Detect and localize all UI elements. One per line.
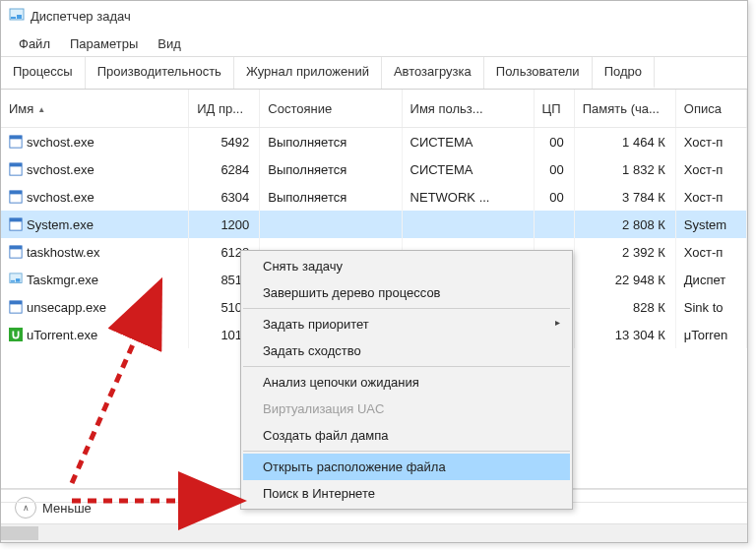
svg-rect-4 — [10, 135, 22, 139]
col-cpu[interactable]: ЦП — [534, 90, 574, 128]
process-cpu: 00 — [534, 183, 574, 211]
svg-rect-2 — [17, 15, 22, 19]
process-icon — [9, 328, 23, 341]
context-menu-item[interactable]: Анализ цепочки ожидания — [243, 369, 570, 396]
context-menu-item[interactable]: Поиск в Интернете — [243, 480, 570, 507]
process-user: NETWORK ... — [402, 183, 534, 211]
process-user: СИСТЕМА — [402, 128, 534, 156]
process-icon — [9, 162, 23, 176]
process-name: System.exe — [27, 217, 94, 232]
process-mem: 1 464 К — [574, 128, 675, 156]
table-row[interactable]: svchost.exe5492ВыполняетсяСИСТЕМА001 464… — [1, 128, 747, 156]
svg-rect-18 — [9, 328, 23, 341]
tab-processes[interactable]: Процессы — [1, 57, 86, 89]
menu-options[interactable]: Параметры — [60, 32, 148, 55]
process-name: svchost.exe — [27, 135, 94, 150]
header-row: Имя▲ ИД пр... Состояние Имя польз... ЦП … — [1, 90, 747, 128]
process-mem: 1 832 К — [574, 155, 675, 183]
titlebar[interactable]: Диспетчер задач — [1, 1, 747, 31]
sort-asc-icon: ▲ — [37, 105, 45, 114]
process-name: unsecapp.exe — [27, 300, 106, 315]
col-pid[interactable]: ИД пр... — [189, 90, 260, 128]
process-icon — [9, 190, 23, 204]
process-mem: 3 784 К — [574, 183, 675, 211]
context-menu-separator — [243, 366, 570, 367]
col-mem[interactable]: Память (ча... — [574, 90, 675, 128]
menubar: Файл Параметры Вид — [1, 31, 747, 57]
table-row[interactable]: svchost.exe6304ВыполняетсяNETWORK ...003… — [1, 183, 747, 211]
col-user[interactable]: Имя польз... — [402, 90, 534, 128]
context-menu-item[interactable]: Задать сходство — [243, 337, 570, 364]
process-pid: 1200 — [189, 211, 260, 238]
process-desc: Хост-п — [675, 155, 746, 183]
process-icon — [9, 217, 23, 231]
process-icon — [9, 300, 23, 314]
process-cpu: 00 — [534, 128, 574, 156]
col-state[interactable]: Состояние — [260, 90, 402, 128]
context-menu: Снять задачуЗавершить дерево процессовЗа… — [240, 250, 573, 510]
process-pid: 6284 — [189, 155, 260, 183]
process-pid: 6304 — [189, 183, 260, 211]
col-name[interactable]: Имя▲ — [1, 90, 189, 128]
process-desc: Sink to — [675, 293, 746, 321]
table-row[interactable]: svchost.exe6284ВыполняетсяСИСТЕМА001 832… — [1, 155, 747, 183]
svg-rect-10 — [10, 217, 22, 221]
process-pid: 5492 — [189, 128, 260, 156]
process-icon — [9, 245, 23, 259]
process-name: Taskmgr.exe — [27, 273, 98, 287]
process-state: Выполняется — [260, 155, 402, 183]
process-desc: Хост-п — [675, 238, 746, 266]
svg-rect-1 — [11, 17, 16, 19]
process-mem: 13 304 К — [574, 321, 675, 348]
process-name: taskhostw.ex — [27, 245, 99, 260]
process-mem: 2 808 К — [574, 211, 675, 238]
svg-rect-17 — [10, 300, 22, 304]
svg-rect-15 — [16, 278, 20, 282]
tab-startup[interactable]: Автозагрузка — [382, 57, 484, 89]
process-cpu — [534, 211, 574, 238]
process-user — [402, 211, 534, 238]
process-mem: 2 392 К — [574, 238, 675, 266]
context-menu-item[interactable]: Снять задачу — [243, 253, 570, 279]
svg-rect-8 — [10, 190, 22, 194]
process-state — [260, 211, 402, 238]
menu-view[interactable]: Вид — [148, 32, 191, 55]
context-menu-item[interactable]: Завершить дерево процессов — [243, 279, 570, 306]
task-manager-icon — [9, 8, 25, 24]
scrollbar-thumb[interactable] — [1, 526, 38, 540]
context-menu-item[interactable]: Открыть расположение файла — [243, 454, 570, 480]
process-name: svchost.exe — [27, 190, 94, 205]
process-state: Выполняется — [260, 183, 402, 211]
process-desc: System — [675, 211, 746, 238]
process-desc: Хост-п — [675, 128, 746, 156]
horizontal-scrollbar[interactable] — [1, 523, 747, 542]
window-title: Диспетчер задач — [31, 9, 131, 24]
svg-rect-14 — [11, 279, 15, 281]
context-menu-item[interactable]: Задать приоритет — [243, 311, 570, 337]
svg-rect-6 — [10, 162, 22, 166]
context-menu-separator — [243, 451, 570, 452]
context-menu-separator — [243, 308, 570, 309]
process-desc: Диспет — [675, 266, 746, 293]
process-desc: μTorren — [675, 321, 746, 348]
process-name: uTorrent.exe — [27, 328, 97, 342]
table-row[interactable]: System.exe12002 808 КSystem — [1, 211, 747, 238]
context-menu-item: Виртуализация UAC — [243, 396, 570, 422]
tab-apphistory[interactable]: Журнал приложений — [234, 57, 382, 89]
menu-file[interactable]: Файл — [9, 32, 60, 55]
process-name: svchost.exe — [27, 162, 94, 177]
process-icon — [9, 273, 23, 286]
task-manager-window: Диспетчер задач Файл Параметры Вид Проце… — [0, 0, 748, 543]
col-desc[interactable]: Описа — [675, 90, 746, 128]
tab-performance[interactable]: Производительность — [86, 57, 234, 89]
process-mem: 828 К — [574, 293, 675, 321]
process-state: Выполняется — [260, 128, 402, 156]
context-menu-item[interactable]: Создать файл дампа — [243, 422, 570, 449]
process-icon — [9, 135, 23, 149]
tab-details[interactable]: Подро — [593, 57, 655, 89]
process-cpu: 00 — [534, 155, 574, 183]
tabbar: Процессы Производительность Журнал прило… — [1, 57, 747, 90]
svg-rect-12 — [10, 245, 22, 249]
process-mem: 22 948 К — [574, 266, 675, 293]
tab-users[interactable]: Пользователи — [484, 57, 593, 89]
